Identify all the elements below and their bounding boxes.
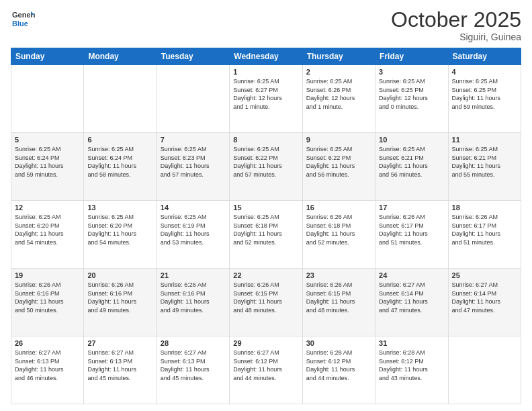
week-row-5: 26Sunrise: 6:27 AM Sunset: 6:13 PM Dayli…	[11, 336, 521, 404]
logo-icon: General Blue	[11, 8, 35, 32]
table-row: 21Sunrise: 6:26 AM Sunset: 6:16 PM Dayli…	[157, 269, 229, 336]
day-info: Sunrise: 6:25 AM Sunset: 6:25 PM Dayligh…	[379, 77, 444, 111]
day-number: 4	[452, 68, 517, 76]
day-number: 8	[233, 136, 298, 144]
table-row: 12Sunrise: 6:25 AM Sunset: 6:20 PM Dayli…	[11, 201, 84, 269]
table-row: 24Sunrise: 6:27 AM Sunset: 6:14 PM Dayli…	[375, 269, 448, 336]
table-row: 25Sunrise: 6:27 AM Sunset: 6:14 PM Dayli…	[448, 269, 521, 336]
day-info: Sunrise: 6:26 AM Sunset: 6:15 PM Dayligh…	[306, 281, 371, 314]
day-info: Sunrise: 6:25 AM Sunset: 6:24 PM Dayligh…	[15, 145, 80, 179]
day-number: 30	[306, 339, 371, 347]
day-number: 11	[452, 136, 517, 144]
day-number: 26	[15, 339, 80, 347]
day-number: 20	[87, 271, 152, 279]
day-info: Sunrise: 6:25 AM Sunset: 6:20 PM Dayligh…	[87, 213, 152, 246]
table-row: 6Sunrise: 6:25 AM Sunset: 6:24 PM Daylig…	[84, 133, 157, 201]
calendar-header-row: Sunday Monday Tuesday Wednesday Thursday…	[11, 48, 521, 65]
table-row: 2Sunrise: 6:25 AM Sunset: 6:26 PM Daylig…	[302, 65, 375, 133]
day-info: Sunrise: 6:26 AM Sunset: 6:16 PM Dayligh…	[15, 281, 80, 314]
day-number: 25	[452, 271, 517, 279]
day-info: Sunrise: 6:27 AM Sunset: 6:14 PM Dayligh…	[452, 281, 517, 314]
day-info: Sunrise: 6:26 AM Sunset: 6:16 PM Dayligh…	[161, 281, 226, 314]
day-number: 1	[233, 68, 298, 76]
day-number: 3	[379, 68, 444, 76]
day-number: 22	[233, 271, 298, 279]
table-row: 5Sunrise: 6:25 AM Sunset: 6:24 PM Daylig…	[11, 133, 84, 201]
table-row: 14Sunrise: 6:25 AM Sunset: 6:19 PM Dayli…	[157, 201, 229, 269]
day-info: Sunrise: 6:25 AM Sunset: 6:19 PM Dayligh…	[161, 213, 226, 246]
day-number: 7	[161, 136, 226, 144]
day-number: 10	[379, 136, 444, 144]
day-info: Sunrise: 6:25 AM Sunset: 6:22 PM Dayligh…	[306, 145, 371, 179]
day-info: Sunrise: 6:27 AM Sunset: 6:14 PM Dayligh…	[379, 281, 444, 314]
day-number: 21	[161, 271, 226, 279]
day-info: Sunrise: 6:26 AM Sunset: 6:17 PM Dayligh…	[452, 213, 517, 246]
week-row-3: 12Sunrise: 6:25 AM Sunset: 6:20 PM Dayli…	[11, 201, 521, 269]
table-row: 3Sunrise: 6:25 AM Sunset: 6:25 PM Daylig…	[375, 65, 448, 133]
week-row-2: 5Sunrise: 6:25 AM Sunset: 6:24 PM Daylig…	[11, 133, 521, 201]
table-row: 22Sunrise: 6:26 AM Sunset: 6:15 PM Dayli…	[230, 269, 302, 336]
day-number: 29	[233, 339, 298, 347]
day-info: Sunrise: 6:25 AM Sunset: 6:22 PM Dayligh…	[233, 145, 298, 179]
col-sunday: Sunday	[11, 48, 84, 65]
table-row: 27Sunrise: 6:27 AM Sunset: 6:13 PM Dayli…	[84, 336, 157, 404]
table-row: 31Sunrise: 6:28 AM Sunset: 6:12 PM Dayli…	[375, 336, 448, 404]
table-row: 17Sunrise: 6:26 AM Sunset: 6:17 PM Dayli…	[375, 201, 448, 269]
col-saturday: Saturday	[448, 48, 521, 65]
day-info: Sunrise: 6:25 AM Sunset: 6:27 PM Dayligh…	[233, 77, 298, 111]
day-info: Sunrise: 6:25 AM Sunset: 6:21 PM Dayligh…	[452, 145, 517, 179]
week-row-4: 19Sunrise: 6:26 AM Sunset: 6:16 PM Dayli…	[11, 269, 521, 336]
day-info: Sunrise: 6:25 AM Sunset: 6:21 PM Dayligh…	[379, 145, 444, 179]
table-row: 18Sunrise: 6:26 AM Sunset: 6:17 PM Dayli…	[448, 201, 521, 269]
day-number: 16	[306, 203, 371, 212]
day-number: 9	[306, 136, 371, 144]
table-row: 10Sunrise: 6:25 AM Sunset: 6:21 PM Dayli…	[375, 133, 448, 201]
day-number: 17	[379, 203, 444, 212]
day-number: 18	[452, 203, 517, 212]
table-row	[11, 65, 84, 133]
day-info: Sunrise: 6:26 AM Sunset: 6:17 PM Dayligh…	[379, 213, 444, 246]
location: Siguiri, Guinea	[391, 32, 521, 42]
day-info: Sunrise: 6:27 AM Sunset: 6:13 PM Dayligh…	[87, 349, 152, 382]
table-row: 28Sunrise: 6:27 AM Sunset: 6:13 PM Dayli…	[157, 336, 229, 404]
day-info: Sunrise: 6:26 AM Sunset: 6:15 PM Dayligh…	[233, 281, 298, 314]
table-row: 7Sunrise: 6:25 AM Sunset: 6:23 PM Daylig…	[157, 133, 229, 201]
table-row: 13Sunrise: 6:25 AM Sunset: 6:20 PM Dayli…	[84, 201, 157, 269]
title-block: October 2025 Siguiri, Guinea	[391, 8, 521, 42]
table-row: 11Sunrise: 6:25 AM Sunset: 6:21 PM Dayli…	[448, 133, 521, 201]
day-number: 27	[87, 339, 152, 347]
table-row: 23Sunrise: 6:26 AM Sunset: 6:15 PM Dayli…	[302, 269, 375, 336]
day-number: 14	[161, 203, 226, 212]
table-row	[157, 65, 229, 133]
day-info: Sunrise: 6:27 AM Sunset: 6:12 PM Dayligh…	[233, 349, 298, 382]
table-row: 1Sunrise: 6:25 AM Sunset: 6:27 PM Daylig…	[230, 65, 302, 133]
day-info: Sunrise: 6:25 AM Sunset: 6:26 PM Dayligh…	[306, 77, 371, 111]
day-info: Sunrise: 6:25 AM Sunset: 6:23 PM Dayligh…	[161, 145, 226, 179]
day-info: Sunrise: 6:25 AM Sunset: 6:18 PM Dayligh…	[233, 213, 298, 246]
table-row: 19Sunrise: 6:26 AM Sunset: 6:16 PM Dayli…	[11, 269, 84, 336]
calendar-table: Sunday Monday Tuesday Wednesday Thursday…	[11, 48, 521, 404]
day-number: 2	[306, 68, 371, 76]
day-number: 5	[15, 136, 80, 144]
table-row: 29Sunrise: 6:27 AM Sunset: 6:12 PM Dayli…	[230, 336, 302, 404]
day-number: 15	[233, 203, 298, 212]
day-number: 31	[379, 339, 444, 347]
logo: General Blue	[11, 8, 35, 32]
month-title: October 2025	[391, 8, 521, 32]
day-info: Sunrise: 6:26 AM Sunset: 6:18 PM Dayligh…	[306, 213, 371, 246]
table-row: 8Sunrise: 6:25 AM Sunset: 6:22 PM Daylig…	[230, 133, 302, 201]
col-tuesday: Tuesday	[157, 48, 229, 65]
day-info: Sunrise: 6:28 AM Sunset: 6:12 PM Dayligh…	[379, 349, 444, 382]
day-number: 6	[87, 136, 152, 144]
table-row: 30Sunrise: 6:28 AM Sunset: 6:12 PM Dayli…	[302, 336, 375, 404]
day-info: Sunrise: 6:28 AM Sunset: 6:12 PM Dayligh…	[306, 349, 371, 382]
day-info: Sunrise: 6:25 AM Sunset: 6:20 PM Dayligh…	[15, 213, 80, 246]
table-row: 20Sunrise: 6:26 AM Sunset: 6:16 PM Dayli…	[84, 269, 157, 336]
day-number: 13	[87, 203, 152, 212]
svg-text:General: General	[12, 11, 35, 19]
day-number: 24	[379, 271, 444, 279]
table-row: 4Sunrise: 6:25 AM Sunset: 6:25 PM Daylig…	[448, 65, 521, 133]
col-friday: Friday	[375, 48, 448, 65]
day-info: Sunrise: 6:25 AM Sunset: 6:24 PM Dayligh…	[87, 145, 152, 179]
day-info: Sunrise: 6:27 AM Sunset: 6:13 PM Dayligh…	[15, 349, 80, 382]
